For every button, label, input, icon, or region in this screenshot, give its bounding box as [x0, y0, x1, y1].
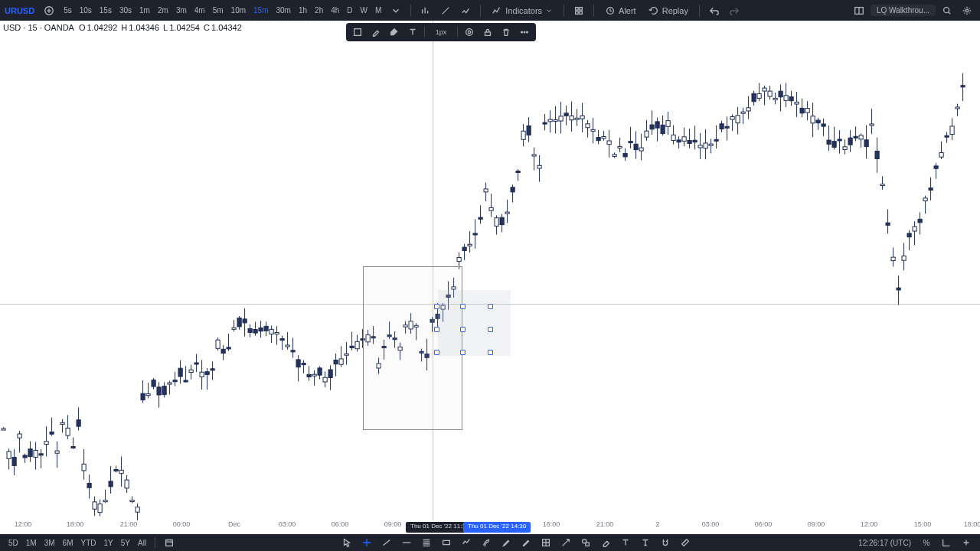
- text-tool-icon[interactable]: [616, 536, 635, 549]
- svg-rect-345: [880, 184, 884, 186]
- resize-handle[interactable]: [434, 327, 439, 332]
- indicators-button[interactable]: Indicators: [487, 5, 557, 16]
- more-icon[interactable]: [516, 24, 533, 40]
- percent-icon[interactable]: %: [917, 536, 936, 549]
- template-icon[interactable]: [349, 24, 366, 40]
- svg-rect-373: [956, 107, 959, 109]
- time-tick: 18:00: [543, 520, 560, 528]
- brush-tool-icon[interactable]: [477, 536, 495, 549]
- calendar-icon[interactable]: [160, 536, 178, 549]
- grid-tool-icon[interactable]: [537, 536, 555, 549]
- timeframe-2h[interactable]: 2h: [312, 6, 326, 15]
- redo-icon[interactable]: [726, 2, 743, 19]
- svg-rect-329: [838, 139, 841, 141]
- line-tool-icon[interactable]: [437, 2, 454, 19]
- range-5Y[interactable]: 5Y: [117, 539, 134, 547]
- resize-handle[interactable]: [460, 350, 466, 355]
- svg-rect-2: [580, 7, 583, 10]
- timeframe-30m[interactable]: 30m: [273, 6, 294, 15]
- timeframe-4m[interactable]: 4m: [191, 6, 208, 15]
- lock-icon[interactable]: [479, 24, 496, 40]
- layout-icon[interactable]: [851, 2, 867, 19]
- svg-rect-353: [902, 256, 906, 260]
- svg-rect-123: [286, 345, 289, 347]
- resize-handle[interactable]: [434, 350, 439, 355]
- resize-handle[interactable]: [488, 350, 493, 355]
- symbol-badge[interactable]: URUSD: [5, 6, 34, 15]
- range-6M[interactable]: 6M: [59, 539, 77, 547]
- auto-icon[interactable]: [957, 536, 975, 549]
- resize-handle[interactable]: [460, 304, 466, 309]
- svg-rect-269: [677, 140, 681, 142]
- search-icon[interactable]: [939, 2, 956, 19]
- range-5D[interactable]: 5D: [5, 539, 22, 547]
- svg-rect-215: [532, 155, 536, 156]
- timeframe-W[interactable]: W: [358, 6, 371, 15]
- bg-color-icon[interactable]: [386, 24, 403, 40]
- anchored-text-tool-icon[interactable]: [636, 536, 655, 549]
- timeframe-1m[interactable]: 1m: [136, 6, 153, 15]
- rect-tool-icon[interactable]: [437, 536, 456, 549]
- chart-area[interactable]: [0, 21, 980, 520]
- range-All[interactable]: All: [134, 539, 150, 547]
- timeframe-10s[interactable]: 10s: [77, 6, 95, 15]
- timeframe-1h[interactable]: 1h: [296, 6, 310, 15]
- measure-tool-icon[interactable]: [676, 536, 694, 549]
- svg-rect-207: [511, 187, 514, 192]
- range-1Y[interactable]: 1Y: [100, 539, 117, 547]
- eraser-tool-icon[interactable]: [596, 536, 615, 549]
- timeframe-D[interactable]: D: [344, 6, 355, 15]
- settings-gear-icon[interactable]: [461, 24, 478, 40]
- add-symbol-button[interactable]: [41, 2, 57, 19]
- chart-type-icon[interactable]: [417, 2, 434, 19]
- svg-rect-193: [473, 233, 477, 235]
- compare-icon[interactable]: [457, 2, 474, 19]
- crosshair-tool-icon[interactable]: [358, 536, 376, 549]
- shapes-tool-icon[interactable]: [577, 536, 595, 549]
- timeframe-2m[interactable]: 2m: [155, 6, 172, 15]
- svg-rect-377: [443, 540, 450, 544]
- drawing-rectangle-2[interactable]: [438, 290, 511, 356]
- range-3M[interactable]: 3M: [41, 539, 59, 547]
- hline-tool-icon[interactable]: [397, 536, 416, 549]
- color-icon[interactable]: [368, 24, 384, 40]
- range-1M[interactable]: 1M: [22, 539, 41, 547]
- line-width-button[interactable]: 1px: [428, 24, 454, 40]
- time-tick: 18:00: [67, 520, 84, 528]
- cursor-tool-icon[interactable]: [338, 536, 356, 549]
- log-icon[interactable]: [937, 536, 956, 549]
- walkthrough-button[interactable]: LQ Walkthrou...: [871, 5, 936, 16]
- alert-button[interactable]: Alert: [600, 5, 641, 16]
- replay-button[interactable]: Replay: [644, 5, 693, 16]
- marker-tool-icon[interactable]: [497, 536, 515, 549]
- pattern-tool-icon[interactable]: [457, 536, 475, 549]
- resize-handle[interactable]: [460, 327, 466, 332]
- delete-icon[interactable]: [498, 24, 514, 40]
- templates-icon[interactable]: [570, 2, 587, 19]
- pencil-tool-icon[interactable]: [517, 536, 535, 549]
- svg-rect-225: [559, 116, 563, 121]
- resize-handle[interactable]: [488, 327, 493, 332]
- resize-handle[interactable]: [488, 304, 493, 309]
- timeframe-5s[interactable]: 5s: [60, 6, 75, 15]
- drawing-toolbar[interactable]: 1px: [346, 23, 536, 41]
- magnet-tool-icon[interactable]: [656, 536, 675, 549]
- resize-handle[interactable]: [434, 304, 439, 309]
- timeframe-15s[interactable]: 15s: [96, 6, 115, 15]
- svg-rect-49: [87, 484, 91, 488]
- undo-icon[interactable]: [706, 2, 723, 19]
- tf-dropdown-icon[interactable]: [387, 2, 404, 19]
- arrow-tool-icon[interactable]: [557, 536, 575, 549]
- settings-icon[interactable]: [959, 2, 975, 19]
- fib-tool-icon[interactable]: [417, 536, 436, 549]
- timeframe-4h[interactable]: 4h: [328, 6, 342, 15]
- timeframe-30s[interactable]: 30s: [116, 6, 135, 15]
- text-icon[interactable]: [404, 24, 421, 40]
- timeframe-10m[interactable]: 10m: [228, 6, 249, 15]
- timeframe-M[interactable]: M: [372, 6, 384, 15]
- timeframe-15m[interactable]: 15m: [250, 6, 271, 15]
- range-YTD[interactable]: YTD: [77, 539, 100, 547]
- timeframe-3m[interactable]: 3m: [173, 6, 190, 15]
- timeframe-5m[interactable]: 5m: [210, 6, 227, 15]
- trendline-tool-icon[interactable]: [377, 536, 396, 549]
